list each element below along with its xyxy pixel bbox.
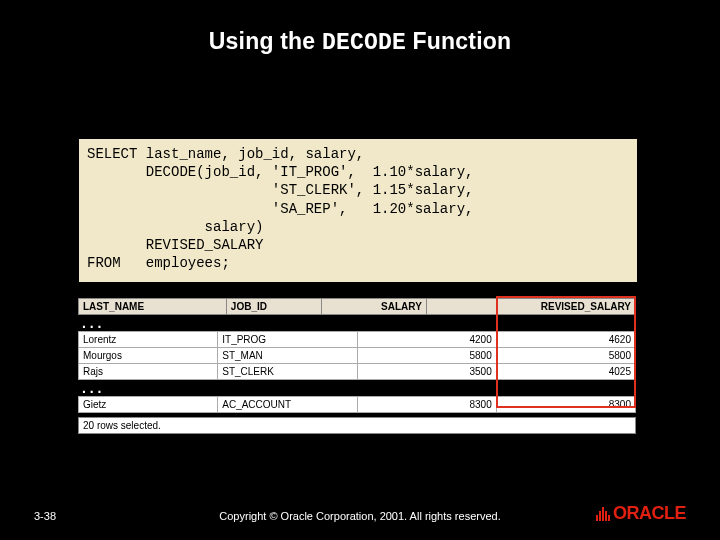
status-text: 20 rows selected. <box>78 417 636 434</box>
slide-title: Using the DECODE Function <box>0 0 720 56</box>
result-table-wrap: LAST_NAME JOB_ID SALARY REVISED_SALARY .… <box>78 298 636 434</box>
col-revised-salary: REVISED_SALARY <box>426 299 635 315</box>
oracle-logo-bars-icon <box>596 507 610 521</box>
col-last-name: LAST_NAME <box>79 299 227 315</box>
col-salary: SALARY <box>321 299 426 315</box>
footer: 3-38 Copyright © Oracle Corporation, 200… <box>0 510 720 522</box>
title-post: Function <box>406 28 511 54</box>
table-row: Gietz AC_ACCOUNT 8300 8300 <box>79 397 636 413</box>
result-table: LAST_NAME JOB_ID SALARY REVISED_SALARY <box>78 298 636 315</box>
table-row: Mourgos ST_MAN 5800 5800 <box>79 348 636 364</box>
table-header-row: LAST_NAME JOB_ID SALARY REVISED_SALARY <box>79 299 636 315</box>
page-number: 3-38 <box>34 510 56 522</box>
ellipsis-2: . . . <box>78 380 636 396</box>
slide: Using the DECODE Function SELECT last_na… <box>0 0 720 540</box>
sql-code-block: SELECT last_name, job_id, salary, DECODE… <box>78 138 638 283</box>
title-mono: DECODE <box>322 30 406 56</box>
table-row: Lorentz IT_PROG 4200 4620 <box>79 332 636 348</box>
ellipsis-1: . . . <box>78 315 636 331</box>
col-job-id: JOB_ID <box>226 299 321 315</box>
title-pre: Using the <box>209 28 322 54</box>
oracle-logo-text: ORACLE <box>613 503 686 524</box>
table-row: Rajs ST_CLERK 3500 4025 <box>79 364 636 380</box>
oracle-logo: ORACLE <box>596 503 686 524</box>
result-table-body-2: Gietz AC_ACCOUNT 8300 8300 <box>78 396 636 413</box>
result-table-body-1: Lorentz IT_PROG 4200 4620 Mourgos ST_MAN… <box>78 331 636 380</box>
